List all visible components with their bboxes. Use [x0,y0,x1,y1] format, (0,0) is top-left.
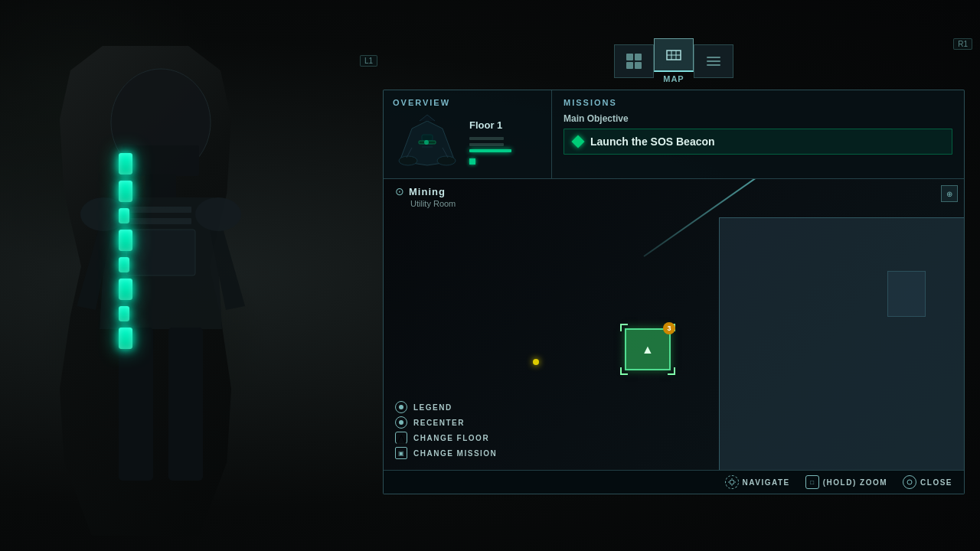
tab-map[interactable] [654,38,694,72]
location-icon: ⊙ [395,185,404,197]
legend-circle-icon [395,401,407,413]
control-close: CLOSE [903,475,952,489]
svg-point-15 [437,156,456,165]
legend-item-change-floor[interactable]: △ CHANGE FLOOR [395,432,497,444]
svg-point-14 [399,156,417,165]
svg-point-23 [730,480,734,484]
zoom-label: (HOLD) ZOOM [823,478,887,487]
location-sublabel: Utility Room [410,199,456,208]
character-silhouette [0,0,368,551]
svg-rect-4 [168,328,203,481]
missions-title: MISSIONS [564,98,952,107]
tab-inventory[interactable] [614,44,654,78]
overview-content: Floor 1 [393,113,542,171]
svg-point-9 [195,197,241,231]
crosshair-br [668,367,675,375]
svg-rect-7 [126,230,195,276]
ship-diagram [393,113,462,171]
recenter-label: RECENTER [413,419,465,427]
navigate-icon [725,475,739,489]
trigger-l1-button[interactable]: L1 [360,55,377,67]
svg-point-28 [907,480,912,484]
recenter-circle-icon [395,416,407,429]
location-name: Mining [409,186,446,197]
spine-lights [119,153,132,349]
grid-cell-1 [626,54,633,60]
item-dot [533,359,539,365]
close-label: CLOSE [920,478,952,487]
floor-bars [469,137,542,165]
control-navigate: NAVIGATE [725,475,790,489]
svg-point-22 [424,140,429,145]
crosshair-bl [620,367,628,375]
legend-item-legend: LEGEND [395,401,497,413]
svg-rect-2 [145,174,176,197]
map-room-main [719,217,964,470]
overview-panel: OVERVIEW [384,90,552,178]
objective-badge: 3 [663,322,675,334]
legend-item-change-mission[interactable]: ▣ CHANGE MISSION [395,447,497,459]
map-icon [665,47,682,63]
close-icon [903,475,916,489]
top-navigation: L1 MAP [383,38,965,83]
line-3 [707,64,720,66]
zoom-icon: □ [805,475,819,489]
legend-item-recenter[interactable]: RECENTER [395,416,497,429]
line-2 [707,60,720,62]
legend-label: LEGEND [413,403,452,412]
mission-category: Main Objective [564,113,952,124]
tab-log[interactable] [694,44,733,78]
top-section: OVERVIEW [384,90,964,179]
svg-rect-5 [130,207,191,213]
svg-rect-6 [130,218,191,224]
l1-label: L1 [360,55,377,67]
map-tab-label: MAP [663,74,684,83]
grid-cell-4 [635,62,642,69]
legend-section: LEGEND RECENTER △ CHANGE FLOOR ▣ CHANGE … [395,401,497,462]
lines-icon [707,57,720,66]
svg-rect-1 [122,145,199,176]
floor-indicator [469,158,475,165]
map-expand-button[interactable]: ⊕ [941,185,958,202]
change-floor-label: CHANGE FLOOR [413,434,489,442]
spine-light-8 [119,328,132,349]
spine-light-3 [119,208,129,223]
ship-svg [393,113,462,171]
spine-light-6 [119,279,132,300]
crosshair-tl [620,324,628,331]
grid-cell-2 [635,54,642,60]
map-header: ⊙ Mining Utility Room [395,185,456,208]
control-bar: NAVIGATE □ (HOLD) ZOOM CLOSE [384,470,964,494]
mission-text: Launch the SOS Beacon [590,135,715,148]
expand-icon: ⊕ [946,190,952,198]
missions-panel: MISSIONS Main Objective Launch the SOS B… [552,90,964,178]
spine-light-1 [119,153,132,174]
map-room-corridor [887,271,926,317]
change-floor-icon: △ [395,432,407,444]
player-marker: ▲ 3 [625,328,671,370]
grid-icon [626,54,642,69]
floor-bar-1 [469,149,511,152]
change-mission-label: CHANGE MISSION [413,449,497,458]
overview-title: OVERVIEW [393,98,542,107]
navigate-label: NAVIGATE [743,478,790,487]
spine-light-5 [119,257,129,272]
spine-light-4 [119,230,132,251]
line-1 [707,57,720,58]
gear-svg [728,478,736,486]
mission-diamond-icon [572,135,585,148]
main-panel: OVERVIEW [383,90,965,494]
floor-info: Floor 1 [469,119,542,165]
mission-item[interactable]: Launch the SOS Beacon [564,129,952,155]
grid-cell-3 [626,62,633,69]
floor-label: Floor 1 [469,119,542,131]
change-mission-icon: ▣ [395,447,407,459]
floor-bar-2 [469,143,504,146]
map-section: ▲ 3 ⊙ Mining Utility Room [384,179,964,470]
trigger-r1-button[interactable]: R1 [953,38,972,50]
close-svg [906,479,913,485]
spine-light-7 [119,306,129,321]
ui-overlay: L1 MAP [383,38,965,494]
character-svg [46,61,276,520]
r1-label: R1 [953,38,972,50]
